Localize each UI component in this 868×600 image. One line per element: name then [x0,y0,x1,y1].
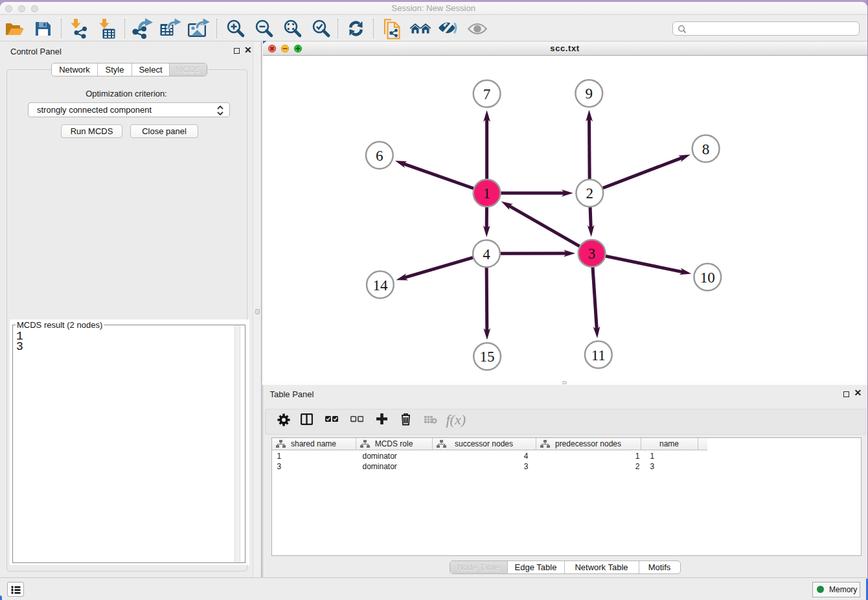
svg-text:9: 9 [586,86,593,102]
svg-text:8: 8 [702,141,710,157]
svg-text:7: 7 [483,86,491,102]
svg-text:14: 14 [372,277,388,293]
svg-text:3: 3 [588,246,596,262]
svg-text:10: 10 [700,269,715,285]
svg-text:11: 11 [591,347,606,363]
svg-text:1: 1 [483,185,491,202]
svg-text:4: 4 [483,246,490,262]
svg-text:2: 2 [586,185,594,202]
svg-text:15: 15 [480,349,495,365]
svg-text:6: 6 [376,147,383,163]
